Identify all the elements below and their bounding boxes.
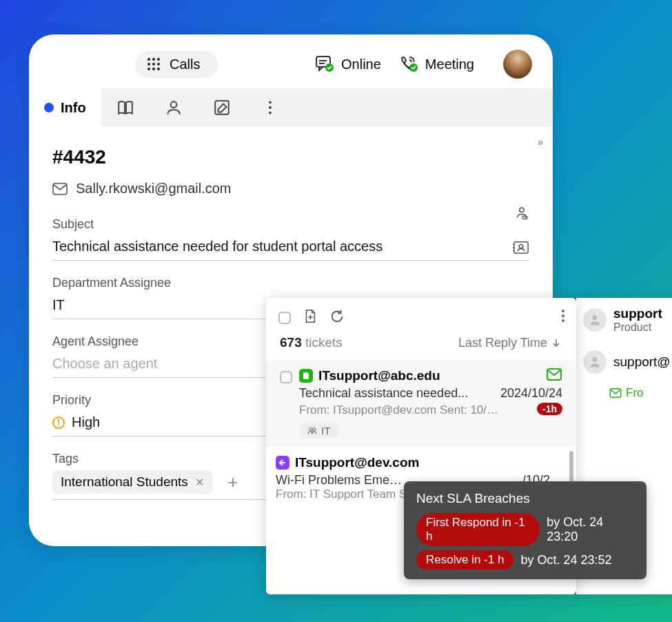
sla-tooltip-title: Next SLA Breaches [416,491,634,506]
ticket-list-item[interactable]: ITsupport@abc.edu Technical assistance n… [266,360,576,447]
refresh-icon[interactable] [329,309,345,324]
ticket-count-suffix: tickets [305,335,343,350]
sla-row: Resolve in -1 h by Oct. 24 23:52 [416,550,634,570]
tab-more[interactable] [246,88,294,127]
tab-contact[interactable] [150,88,198,127]
svg-point-26 [312,428,315,430]
sla-resolve-time: by Oct. 24 23:52 [520,553,611,568]
calls-button[interactable]: Calls [135,51,218,78]
book-icon [116,99,134,117]
svg-point-9 [269,112,272,114]
message-from-label: Fro [626,386,644,400]
list-more-icon[interactable] [561,309,565,323]
user-avatar[interactable] [503,50,532,79]
phone-icon [399,55,418,73]
svg-point-5 [170,101,176,108]
ticket-from: ITsupport@dev.com [295,455,419,470]
source-web-icon [299,369,313,383]
meeting-status[interactable]: Meeting [399,55,474,73]
sla-tooltip: Next SLA Breaches First Respond in -1 h … [404,481,646,579]
svg-point-22 [562,310,564,312]
message-row[interactable]: support@ [576,342,672,382]
avatar-placeholder-icon [583,350,607,374]
svg-rect-13 [514,242,528,254]
agent-field: Agent Assignee Choose an agent [52,334,273,378]
ticket-subject: Wi-Fi Problems Eme… [276,473,402,488]
dept-chip-label: IT [321,425,330,437]
thread-subject: Product [613,321,662,334]
topbar: Calls Online Meeting [29,34,553,88]
sla-badge: -1h [537,403,562,415]
priority-field: Priority ! High [52,393,273,437]
tags-label: Tags [52,452,273,466]
agent-placeholder[interactable]: Choose an agent [52,353,273,378]
priority-value: High [72,414,100,430]
meeting-label: Meeting [425,57,474,72]
priority-label: Priority [52,393,273,408]
svg-point-7 [269,101,272,103]
watcher-icon[interactable] [514,205,529,221]
requester-email-row: Sally.rkowski@gmail.com [52,181,529,197]
thread-sender: support [613,306,662,321]
thread-header: support Product [576,298,672,342]
ticket-id: #4432 [52,146,529,168]
sla-first-respond-badge: First Respond in -1 h [416,513,540,546]
svg-point-20 [593,357,598,362]
dialpad-icon [147,58,160,70]
ticket-meta: From: ITsupport@dev.com Sent: 10/… [299,403,498,417]
sla-row: First Respond in -1 h by Oct. 24 23:20 [416,513,634,546]
tab-knowledge[interactable] [101,88,150,127]
priority-high-icon: ! [52,417,65,429]
tag-remove-icon[interactable]: ✕ [195,476,204,489]
group-icon [307,427,317,435]
list-toolbar [266,298,576,331]
select-all-checkbox[interactable] [278,312,291,324]
edit-icon [213,99,231,117]
department-label: Department Assignee [52,276,273,290]
envelope-outline-icon [609,388,622,398]
svg-point-25 [309,428,312,430]
priority-value-row[interactable]: ! High [52,412,273,437]
tag-chip[interactable]: International Students ✕ [52,470,212,494]
requester-email: Sally.rkowski@gmail.com [76,181,232,197]
chat-icon [315,55,334,73]
ticket-subject: Technical assistance needed... [299,386,468,401]
svg-point-24 [562,319,564,322]
person-icon [165,99,183,117]
avatar-placeholder-icon [583,308,607,332]
subject-value[interactable]: Technical assistance needed for student … [52,236,529,261]
sla-first-respond-time: by Oct. 24 23:20 [547,515,634,544]
info-icon [44,103,54,112]
envelope-green-icon [546,368,562,381]
message-preview: Fro [609,386,672,400]
department-field: Department Assignee IT [52,276,273,319]
envelope-icon [52,183,68,195]
arrow-down-icon [551,338,561,348]
tab-info[interactable]: Info [29,88,101,127]
sort-dropdown[interactable]: Last Reply Time [458,336,561,350]
new-ticket-icon[interactable] [303,309,317,324]
tags-field: Tags International Students ✕ + [52,452,273,500]
calls-label: Calls [170,57,200,72]
svg-point-12 [525,217,526,219]
tab-edit[interactable] [198,88,246,127]
sla-resolve-badge: Resolve in -1 h [416,550,513,570]
ticket-checkbox[interactable] [280,371,292,383]
online-label: Online [341,57,381,72]
subject-label: Subject [52,217,529,232]
svg-point-17 [519,244,523,248]
list-summary: 673 tickets Last Reply Time [266,331,576,360]
online-status[interactable]: Online [315,55,381,73]
dept-chip: IT [299,423,338,439]
tag-text: International Students [61,474,188,490]
department-value[interactable]: IT [52,294,273,319]
svg-point-8 [269,106,272,109]
expand-icon[interactable]: » [538,137,543,148]
agent-label: Agent Assignee [52,334,273,349]
subject-field: Subject Technical assistance needed for … [52,217,529,261]
add-tag-button[interactable]: + [222,471,244,493]
contact-card-icon[interactable] [513,240,529,255]
tab-bar: Info [29,88,553,127]
kebab-icon [261,99,279,117]
sort-label: Last Reply Time [458,336,547,350]
